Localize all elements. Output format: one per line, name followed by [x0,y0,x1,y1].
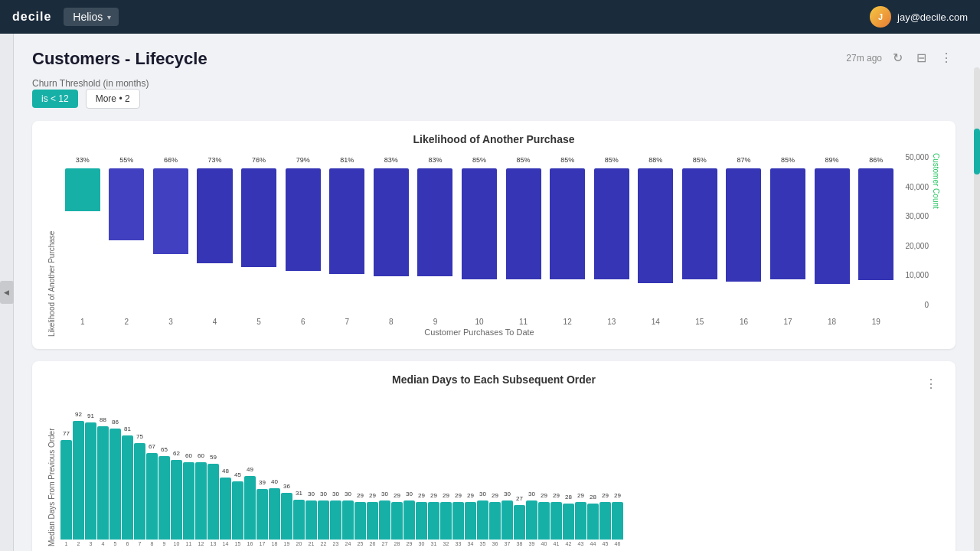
chart1-bar-group: 85% [590,168,634,315]
bar2-val-label: 30 [381,491,388,497]
chart2-x-tick: 31 [428,541,439,546]
chart2-bar: 29 [367,502,378,540]
timestamp: 27m ago [846,53,882,64]
chart2-bar: 28 [587,504,599,540]
chart1-bar-group: 87% [722,168,766,315]
bar2-val-label: 49 [247,466,253,473]
chart1-bar [550,168,585,279]
bar2-val-label: 62 [173,450,180,457]
chart2-bar: 77 [60,440,72,540]
chart2-more-button[interactable]: ⋮ [922,375,940,393]
bar2-val-label: 29 [430,492,437,499]
chart2-bar: 29 [538,502,550,540]
chart2-x-tick: 13 [207,541,219,546]
bar-pct-label: 33% [76,156,90,164]
chart2-x-tick: 20 [293,541,305,546]
chart2-x-tick: 42 [563,541,574,546]
chart2-bar: 29 [391,502,403,540]
chart2-bar: 29 [354,502,366,540]
chart2-x-tick: 17 [256,541,268,546]
bar2-val-label: 29 [455,492,462,499]
more-options-button[interactable]: ⋮ [937,49,956,67]
chart1-x-tick: 2 [105,318,149,326]
chart1-bar-group: 89% [810,168,854,315]
bar2-val-label: 29 [492,492,498,499]
chart1-bar [815,168,850,284]
chart1-bar-group: 85% [766,168,810,315]
chart2-x-tick: 38 [514,541,525,546]
bar-pct-label: 88% [648,156,662,164]
project-selector[interactable]: Helios ▾ [64,8,119,26]
chart2-x-tick: 16 [244,541,256,546]
chevron-left-icon: ◀ [4,289,9,296]
chart2-bar: 49 [244,476,256,540]
chart2-bar: 29 [452,502,464,540]
chart2-x-tick: 32 [440,541,452,546]
bar2-val-label: 28 [565,494,572,500]
bar2-val-label: 77 [63,430,70,437]
bar2-val-label: 30 [308,491,315,497]
chart1-x-tick: 1 [60,318,105,326]
chart2-bar: 81 [122,435,133,540]
chart2-bar: 29 [465,502,476,540]
chart2-x-tick: 36 [489,541,501,546]
chart1-x-tick: 14 [634,318,678,326]
chart1-y-tick: 0 [898,301,929,309]
chart2-bar: 59 [207,464,219,540]
bar2-val-label: 30 [332,491,339,497]
chart1-bar-group: 76% [237,168,281,315]
bar2-val-label: 29 [602,492,609,499]
chart2-bar: 30 [342,500,354,540]
bar2-val-label: 27 [516,495,523,502]
chart1-x-tick: 8 [369,318,413,326]
bar2-val-label: 30 [528,491,535,497]
chart1-x-tick: 16 [722,318,766,326]
chart2-x-tick: 24 [342,541,354,546]
chart2-bar: 29 [599,502,611,540]
chart2-x-tick: 21 [305,541,317,546]
chart1-bar [65,168,100,211]
chart1-bar-group: 55% [105,168,149,315]
right-scrollbar[interactable] [974,67,980,551]
filters-row: is < 12 More • 2 [32,89,956,109]
chart1-bar-group: 83% [369,168,413,315]
chart1-x-tick: 7 [325,318,369,326]
chart2-x-tick: 39 [526,541,537,546]
chart1-x-tick: 12 [545,318,590,326]
chart2-bar: 29 [575,502,586,540]
chart1-bar-group: 81% [325,168,369,315]
chart2-x-tick: 3 [85,541,96,546]
chart1-y-tick: 10,000 [898,271,929,279]
chart2-x-tick: 41 [550,541,562,546]
chart2-x-tick: 45 [599,541,611,546]
chart1-bar-group: 85% [501,168,546,315]
chart2-x-tick: 19 [281,541,292,546]
filter-chip-1[interactable]: is < 12 [32,90,78,108]
chart2-x-tick: 25 [354,541,366,546]
chart2-x-tick: 29 [403,541,415,546]
filter-more-button[interactable]: More • 2 [86,89,140,109]
chart1-bar-group: 73% [193,168,237,315]
bar-pct-label: 73% [208,156,222,164]
chart1-bar [153,168,188,254]
chart2-x-tick: 43 [575,541,586,546]
refresh-button[interactable]: ↻ [890,49,906,67]
chart1-bar-group: 83% [413,168,458,315]
chart2-bar: 65 [158,456,170,540]
bar2-val-label: 29 [541,492,547,499]
filter-button[interactable]: ⊟ [913,49,929,67]
chart2-bar: 30 [330,500,341,540]
chart2-bar: 30 [403,500,415,540]
bar2-val-label: 28 [590,494,596,500]
chart2-bar: 30 [501,500,513,540]
chart2-x-tick: 14 [220,541,231,546]
chart2-x-tick: 35 [477,541,488,546]
sidebar-toggle[interactable]: ◀ [0,281,14,304]
chart1-area: Likelihood of Another Purchase 33%55%66%… [47,153,940,337]
chart2-x-tick: 30 [416,541,427,546]
user-email: jay@decile.com [897,11,968,23]
bar-pct-label: 79% [296,156,310,164]
chart1-bar [197,168,232,263]
chart1-y-label: Likelihood of Another Purchase [47,153,56,337]
chart1-y-tick: 30,000 [898,212,929,220]
